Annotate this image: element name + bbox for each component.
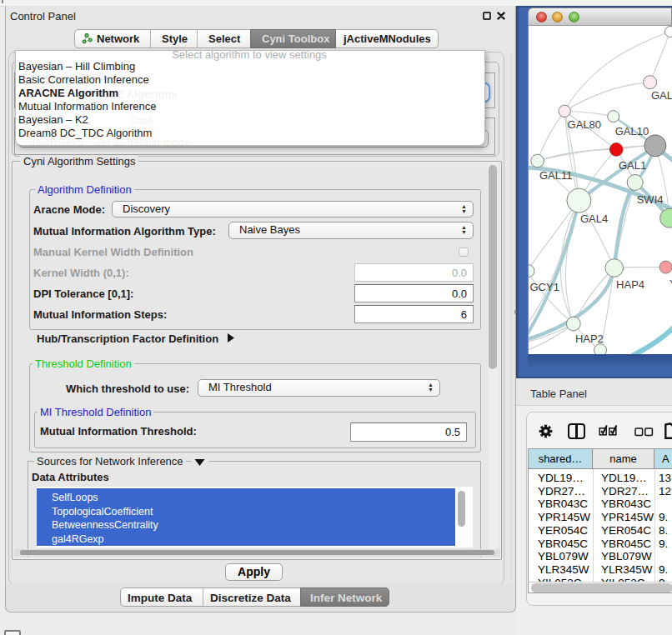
svg-text:GAL1: GAL1 — [619, 159, 646, 172]
svg-text:GAL10: GAL10 — [615, 125, 649, 138]
svg-text:GAL7: GAL7 — [651, 89, 672, 102]
svg-text:GAL4: GAL4 — [580, 212, 608, 225]
svg-text:SWI4: SWI4 — [637, 193, 664, 206]
svg-text:GCY1: GCY1 — [530, 281, 559, 293]
svg-text:HAP2: HAP2 — [575, 332, 604, 345]
svg-text:GAL11: GAL11 — [539, 169, 573, 182]
svg-text:HAP4: HAP4 — [616, 278, 644, 291]
svg-text:GAL80: GAL80 — [568, 118, 601, 131]
